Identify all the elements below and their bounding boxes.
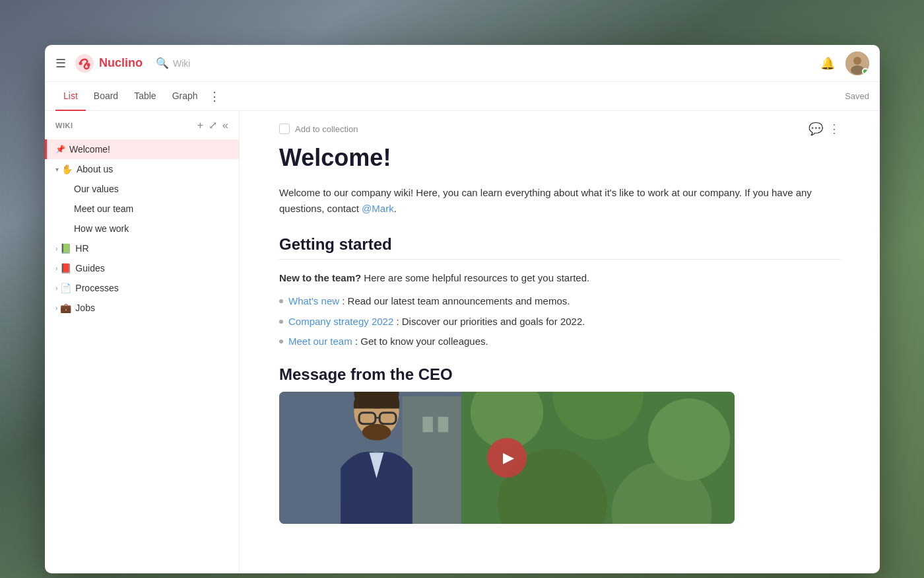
bullet-text: : Read our latest team announcements and…: [342, 295, 570, 307]
processes-emoji: 📄: [60, 283, 71, 293]
add-to-collection-label[interactable]: Add to collection: [295, 124, 358, 134]
new-to-team-paragraph: New to the team? Here are some helpful r…: [279, 270, 840, 286]
company-strategy-link[interactable]: Company strategy 2022: [288, 316, 393, 327]
sidebar: WIKI + ⤢ « 📌 Welcome! ▾ ✋ About us: [45, 111, 240, 573]
sidebar-item-label: Our values: [74, 184, 119, 194]
sidebar-item-about-us[interactable]: ▾ ✋ About us: [45, 159, 239, 179]
ceo-section: Message from the CEO: [279, 365, 840, 524]
list-item-content: Meet our team : Get to know your colleag…: [288, 334, 488, 349]
ceo-video[interactable]: ▶: [279, 392, 735, 524]
sidebar-expand-icon[interactable]: ⤢: [209, 119, 217, 131]
svg-point-1: [79, 61, 82, 65]
chevron-down-icon: ▾: [55, 166, 59, 173]
sidebar-item-label: Jobs: [75, 303, 95, 313]
svg-point-0: [75, 54, 94, 73]
svg-rect-8: [422, 416, 433, 431]
logo[interactable]: Nuclino: [74, 53, 143, 74]
saved-label: Saved: [845, 91, 869, 101]
sidebar-item-hr[interactable]: › 📗 HR: [45, 238, 239, 258]
bell-icon[interactable]: 🔔: [820, 56, 835, 71]
svg-point-15: [362, 423, 391, 440]
sidebar-add-icon[interactable]: +: [197, 120, 203, 131]
chevron-right-icon: ›: [55, 305, 57, 312]
pin-icon: 📌: [55, 145, 65, 154]
list-item: Meet our team : Get to know your colleag…: [279, 334, 840, 349]
bullet-dot: [279, 299, 283, 303]
svg-point-4: [853, 57, 861, 65]
contact-link[interactable]: @Mark: [362, 203, 394, 214]
tab-list[interactable]: List: [55, 82, 86, 111]
sidebar-item-label: Welcome!: [69, 144, 110, 155]
sidebar-header: WIKI + ⤢ «: [45, 111, 239, 139]
video-play-button[interactable]: ▶: [487, 438, 527, 478]
ceo-section-title: Message from the CEO: [279, 365, 840, 384]
svg-point-2: [87, 63, 90, 66]
app-window: ☰ Nuclino 🔍 Wiki 🔔: [45, 45, 880, 573]
section-divider: [279, 259, 840, 260]
tab-table[interactable]: Table: [126, 82, 164, 111]
bullet-text: : Discover our priorities and goals for …: [396, 316, 585, 327]
sidebar-item-label: Meet our team: [74, 203, 133, 214]
jobs-emoji: 💼: [60, 303, 71, 313]
sidebar-item-how-we-work[interactable]: How we work: [45, 219, 239, 238]
sidebar-item-label: How we work: [74, 223, 129, 234]
tabs-bar: List Board Table Graph ⋮ Saved: [45, 82, 880, 111]
logo-text: Nuclino: [99, 56, 143, 70]
list-item: Company strategy 2022 : Discover our pri…: [279, 314, 840, 330]
chevron-right-icon: ›: [55, 245, 57, 252]
content-toolbar-right: 💬 ⋮: [808, 122, 840, 136]
sidebar-item-guides[interactable]: › 📕 Guides: [45, 258, 239, 278]
menu-icon[interactable]: ☰: [55, 56, 66, 71]
tab-board[interactable]: Board: [86, 82, 126, 111]
main-area: WIKI + ⤢ « 📌 Welcome! ▾ ✋ About us: [45, 111, 880, 573]
sidebar-wiki-label: WIKI: [55, 122, 73, 129]
meet-our-team-link[interactable]: Meet our team: [288, 336, 352, 347]
bullet-text: : Get to know your colleagues.: [355, 336, 488, 347]
sidebar-item-jobs[interactable]: › 💼 Jobs: [45, 298, 239, 318]
page-intro: Welcome to our company wiki! Here, you c…: [279, 185, 840, 217]
list-item-content: Company strategy 2022 : Discover our pri…: [288, 314, 585, 330]
bullet-dot: [279, 320, 283, 324]
tab-graph[interactable]: Graph: [164, 82, 206, 111]
nuclino-logo-icon: [74, 53, 95, 74]
intro-text: Welcome to our company wiki! Here, you c…: [279, 187, 812, 214]
sidebar-item-processes[interactable]: › 📄 Processes: [45, 278, 239, 298]
sidebar-item-welcome[interactable]: 📌 Welcome!: [45, 139, 239, 159]
sidebar-item-label: About us: [77, 164, 113, 174]
more-options-icon[interactable]: ⋮: [828, 122, 840, 136]
bullet-dot: [279, 340, 283, 343]
chevron-right-icon: ›: [55, 285, 57, 292]
whats-new-link[interactable]: What's new: [288, 295, 339, 307]
list-item: What's new : Read our latest team announ…: [279, 294, 840, 309]
content-toolbar: Add to collection 💬 ⋮: [279, 111, 840, 141]
new-to-team-text: Here are some helpful resources to get y…: [364, 272, 589, 283]
collection-checkbox[interactable]: [279, 124, 290, 134]
sidebar-item-label: Guides: [75, 263, 104, 273]
getting-started-title: Getting started: [279, 235, 840, 254]
sidebar-item-meet-our-team[interactable]: Meet our team: [45, 199, 239, 219]
new-to-team-bold: New to the team?: [279, 272, 361, 283]
sidebar-collapse-icon[interactable]: «: [222, 120, 228, 131]
top-nav: ☰ Nuclino 🔍 Wiki 🔔: [45, 45, 880, 82]
hr-emoji: 📗: [60, 243, 71, 254]
bullet-list: What's new : Read our latest team announ…: [279, 294, 840, 349]
avatar-online-dot: [862, 68, 869, 75]
about-us-emoji: ✋: [61, 164, 73, 174]
comment-icon[interactable]: 💬: [808, 122, 823, 136]
avatar[interactable]: [845, 52, 869, 75]
sidebar-item-our-values[interactable]: Our values: [45, 179, 239, 199]
sidebar-item-label: HR: [75, 243, 88, 254]
sidebar-item-label: Processes: [75, 283, 118, 293]
svg-rect-9: [438, 416, 449, 431]
tabs-more-icon[interactable]: ⋮: [209, 89, 220, 104]
chevron-right-icon: ›: [55, 265, 57, 272]
list-item-content: What's new : Read our latest team announ…: [288, 294, 570, 309]
search-area[interactable]: 🔍 Wiki: [156, 57, 190, 69]
guides-emoji: 📕: [60, 263, 71, 273]
content-area: Add to collection 💬 ⋮ Welcome! Welcome t…: [240, 111, 880, 573]
top-nav-right: 🔔: [820, 52, 869, 75]
search-icon: 🔍: [156, 57, 169, 69]
sidebar-actions: + ⤢ «: [197, 119, 228, 131]
page-title: Welcome!: [279, 144, 840, 172]
search-placeholder: Wiki: [173, 58, 190, 69]
